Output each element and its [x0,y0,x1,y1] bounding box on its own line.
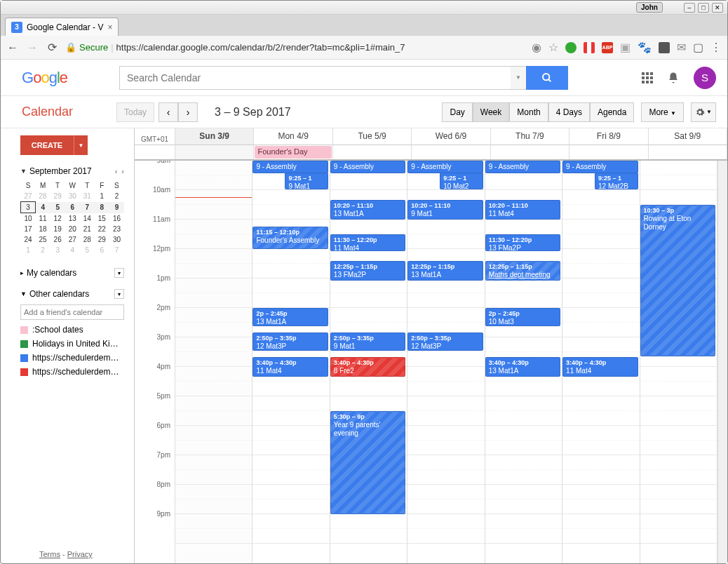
mini-cal-day[interactable]: 4 [65,245,80,255]
close-window-button[interactable]: ✕ [712,3,723,13]
browser-tab[interactable]: 3 Google Calendar - V × [5,18,119,36]
mini-cal-day[interactable]: 10 [21,213,36,224]
mini-cal-day[interactable]: 18 [36,224,50,234]
allday-cell[interactable]: Founder's Day [254,145,332,159]
calendar-event[interactable]: 5:30p – 9pYear 9 parents' evening [330,411,405,514]
mini-cal-day[interactable]: 27 [65,234,80,245]
menu-icon[interactable]: ⋮ [710,41,722,54]
allday-cell[interactable] [569,145,648,159]
mini-cal-day[interactable]: 22 [95,224,109,234]
mini-cal-day[interactable]: 8 [95,202,109,213]
google-logo[interactable]: Google [22,69,67,87]
create-button[interactable]: CREATE ▼ [20,135,88,155]
calendar-event[interactable]: 10:20 – 11:109 Mat1 [407,200,483,220]
create-dropdown-icon[interactable]: ▼ [74,135,88,155]
day-column[interactable]: 9 - Assembly9:25 – 110 Mat210:20 – 11:10… [407,161,485,563]
search-button[interactable] [526,66,568,90]
calendar-event[interactable]: 3:40p – 4:30p8 Fre2 [330,357,405,377]
back-button[interactable]: ← [6,41,19,54]
mini-cal-day[interactable]: 28 [36,191,50,202]
mini-cal-day[interactable]: 12 [50,213,65,224]
mini-cal-day[interactable]: 20 [65,224,80,234]
ext-green-icon[interactable] [565,42,577,53]
view-4days-button[interactable]: 4 Days [548,102,590,122]
calendar-event[interactable]: 2p – 2:45p13 Mat1A [252,308,328,326]
my-calendars-menu-icon[interactable]: ▾ [114,268,124,278]
reload-button[interactable]: ⟳ [46,41,58,54]
calendar-event[interactable]: 10:20 – 11:1011 Mat4 [485,200,560,220]
mini-cal-day[interactable]: 19 [50,224,65,234]
view-day-button[interactable]: Day [442,102,472,122]
view-month-button[interactable]: Month [509,102,548,122]
mini-cal-day[interactable]: 31 [80,191,95,202]
calendar-list-item[interactable]: https://schedulerdem… [20,365,124,379]
calendar-event[interactable]: 3:40p – 4:30p13 Mat1A [485,357,560,377]
avatar[interactable]: S [694,67,716,89]
allday-cell[interactable] [333,145,412,159]
calendar-event[interactable]: 2p – 2:45p10 Mat3 [485,308,560,326]
calendar-list-item[interactable]: Holidays in United Ki… [20,337,124,351]
calendar-event[interactable]: 2:50p – 3:35p9 Mat1 [330,333,405,351]
my-calendars-toggle[interactable]: ▸ My calendars ▾ [20,265,124,281]
notifications-icon[interactable] [667,72,680,84]
mini-cal-toggle-icon[interactable]: ▼ [20,168,27,175]
day-header[interactable]: Sun 3/9 [175,128,254,145]
day-header[interactable]: Fri 8/9 [569,128,648,145]
view-week-button[interactable]: Week [473,102,509,122]
mini-cal-prev[interactable]: ‹ [115,167,118,175]
star-icon[interactable]: ☆ [548,41,558,54]
mini-cal-day[interactable]: 30 [65,191,80,202]
calendar-list-item[interactable]: :School dates [20,323,124,337]
mini-cal-day[interactable]: 29 [50,191,65,202]
calendar-event[interactable]: 9:25 – 19 Mat1 [285,173,328,189]
other-calendars-menu-icon[interactable]: ▾ [114,289,124,299]
calendar-event[interactable]: 3:40p – 4:30p11 Mat4 [252,357,328,377]
mini-cal-day[interactable]: 5 [50,202,65,213]
mini-cal-day[interactable]: 27 [21,191,36,202]
minimize-button[interactable]: – [684,3,695,13]
settings-button[interactable]: ▼ [691,102,716,122]
calendar-event[interactable]: 9:25 – 112 Mat2B [595,173,638,189]
mini-cal-day[interactable]: 11 [36,213,50,224]
mini-cal-day[interactable]: 21 [80,224,95,234]
day-header[interactable]: Mon 4/9 [254,128,332,145]
mini-cal-day[interactable]: 15 [95,213,109,224]
mini-cal-day[interactable]: 6 [95,245,109,255]
calendar-event[interactable]: 12:25p – 1:15p13 Mat1A [407,261,483,281]
maximize-button[interactable]: □ [698,3,709,13]
mini-cal-day[interactable]: 7 [80,202,95,213]
calendar-event[interactable]: 9 - Assembly [407,161,483,173]
allday-cell[interactable] [412,145,490,159]
add-friend-input[interactable] [20,304,124,320]
day-header[interactable]: Wed 6/9 [412,128,490,145]
day-column[interactable]: 9 - Assembly9:25 – 19 Mat111:15 – 12:10p… [252,161,330,563]
mini-cal-day[interactable]: 7 [109,245,124,255]
adblock-icon[interactable]: ABP [602,42,613,53]
allday-event[interactable]: Founder's Day [255,146,331,159]
calendar-list-item[interactable]: https://schedulerdem… [20,351,124,365]
mini-cal-day[interactable]: 1 [21,245,36,255]
ext-gray-icon[interactable]: ▣ [620,41,631,54]
mini-cal-day[interactable]: 26 [50,234,65,245]
mini-cal-day[interactable]: 5 [80,245,95,255]
calendar-event[interactable]: 2:50p – 3:35p12 Mat3P [252,333,328,351]
ext-pin-icon[interactable] [659,42,670,53]
mini-cal-day[interactable]: 25 [36,234,50,245]
calendar-event[interactable]: 10:30 – 3pRowing at Eton Dorney [640,205,715,356]
day-header[interactable]: Sat 9/9 [649,128,727,145]
more-button[interactable]: More ▼ [641,102,684,122]
scrollbar[interactable] [717,161,727,563]
next-week-button[interactable]: › [178,102,198,122]
view-agenda-button[interactable]: Agenda [590,102,634,122]
cast-icon[interactable]: ▢ [693,41,703,54]
mini-cal-day[interactable]: 28 [80,234,95,245]
day-column[interactable]: 9 - Assembly10:20 – 11:1011 Mat411:30 – … [485,161,562,563]
calendar-event[interactable]: 12:25p – 1:15p13 FMa2P [330,261,405,281]
other-calendars-toggle[interactable]: ▼ Other calendars ▾ [20,286,124,302]
mini-cal-day[interactable]: 16 [109,213,124,224]
day-header[interactable]: Tue 5/9 [333,128,412,145]
search-dropdown-icon[interactable]: ▼ [511,66,526,90]
mini-cal-day[interactable]: 3 [50,245,65,255]
mini-cal-day[interactable]: 23 [109,224,124,234]
mini-cal-day[interactable]: 13 [65,213,80,224]
